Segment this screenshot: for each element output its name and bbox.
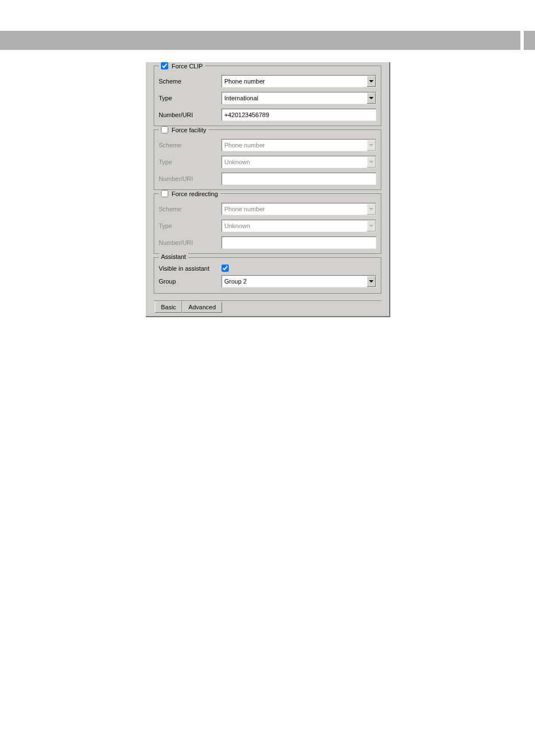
force-redirecting-scheme-label: Scheme [159, 206, 222, 212]
force-facility-checkbox[interactable] [161, 126, 168, 133]
force-clip-number-input[interactable] [222, 109, 376, 121]
force-redirecting-scheme-select [222, 203, 376, 215]
force-facility-title: Force facility [172, 127, 206, 133]
force-clip-type-select[interactable] [222, 92, 376, 104]
dropdown-icon[interactable] [367, 92, 376, 104]
dropdown-icon [367, 203, 376, 215]
force-clip-scheme-select[interactable] [222, 75, 376, 87]
force-facility-type-label: Type [159, 159, 222, 165]
assistant-group-label: Group [159, 278, 222, 285]
assistant-title: Assistant [159, 253, 188, 260]
force-clip-group: Force CLIP Scheme Type Number/URI [154, 62, 381, 126]
force-facility-number-label: Number/URI [159, 175, 222, 182]
dropdown-icon[interactable] [367, 276, 376, 287]
force-clip-type-label: Type [159, 95, 222, 101]
dropdown-icon [367, 220, 376, 231]
tab-advanced[interactable]: Advanced [182, 302, 222, 313]
force-redirecting-number-label: Number/URI [159, 239, 222, 246]
force-facility-group: Force facility Scheme Type Number/URI [154, 126, 381, 190]
tab-bar: Basic Advanced [154, 300, 381, 313]
force-redirecting-number-input [222, 236, 376, 249]
force-redirecting-type-label: Type [159, 222, 222, 229]
force-facility-type-select [222, 156, 376, 168]
force-facility-number-input [222, 173, 376, 185]
force-redirecting-type-select [222, 220, 376, 232]
header-main [0, 31, 520, 50]
tab-basic[interactable]: Basic [155, 302, 182, 313]
settings-panel: Force CLIP Scheme Type Number/URI [146, 62, 390, 317]
force-clip-number-label: Number/URI [159, 112, 222, 118]
force-redirecting-checkbox[interactable] [161, 190, 168, 197]
force-clip-scheme-label: Scheme [159, 78, 222, 85]
header-bar [0, 31, 535, 50]
force-facility-scheme-select [222, 139, 376, 151]
assistant-visible-label: Visible in assistant [159, 265, 222, 272]
assistant-group-select[interactable] [222, 275, 376, 287]
force-redirecting-title: Force redirecting [172, 191, 218, 197]
force-clip-title: Force CLIP [172, 63, 203, 69]
force-redirecting-group: Force redirecting Scheme Type Number/URI [154, 190, 381, 254]
assistant-group: Assistant Visible in assistant Group [154, 257, 381, 294]
assistant-visible-checkbox[interactable] [222, 265, 229, 272]
dropdown-icon [367, 140, 376, 151]
force-clip-checkbox[interactable] [161, 62, 168, 69]
header-right [524, 31, 535, 50]
force-facility-scheme-label: Scheme [159, 142, 222, 149]
dropdown-icon [367, 156, 376, 168]
dropdown-icon[interactable] [367, 76, 376, 87]
